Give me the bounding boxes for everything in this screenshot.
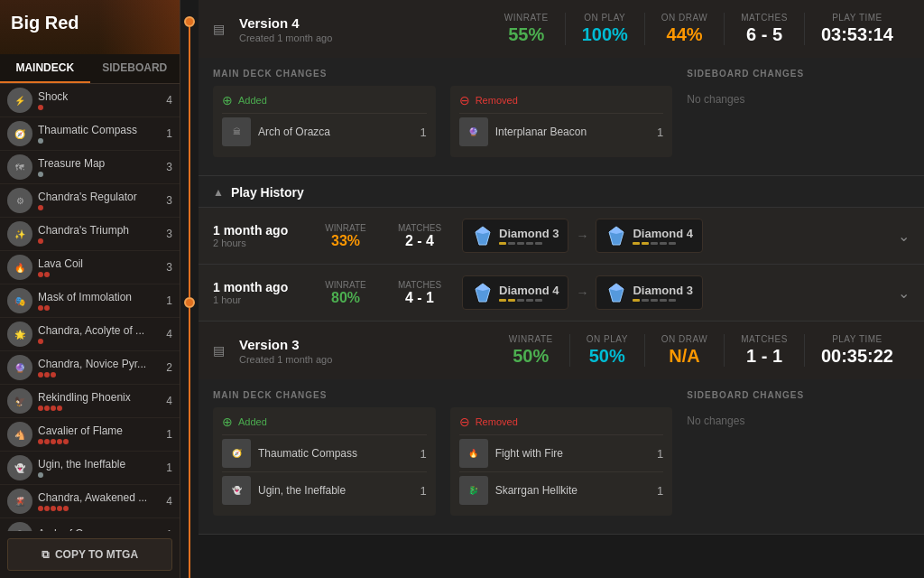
ph-winrate-value-1: 33% <box>314 233 377 249</box>
play-history-row-2[interactable]: 1 month ago 1 hour WINRATE 80% MATCHES 4… <box>199 264 924 321</box>
beacon-card-count: 1 <box>657 126 663 139</box>
ph-time-2: 1 month ago 1 hour <box>213 280 303 305</box>
card-count-5: 3 <box>158 261 172 274</box>
deck-item-chandra,acolyteof...[interactable]: 🌟Chandra, Acolyte of ...4 <box>0 318 180 351</box>
deck-item-shock[interactable]: ⚡Shock4 <box>0 84 180 117</box>
deck-item-lavacoil[interactable]: 🔥Lava Coil3 <box>0 251 180 284</box>
ph-matches-1: MATCHES 2 - 4 <box>388 223 451 249</box>
timeline-line-2 <box>189 308 190 578</box>
deck-item-archoforazca[interactable]: 🏛Arch of Orazca1 <box>0 518 180 531</box>
sideboard-no-changes-v4: No changes <box>687 86 910 113</box>
rank-to-badge-1: Diamond 4 <box>596 219 702 253</box>
matches-value-v3: 1 - 1 <box>741 346 788 367</box>
ondraw-value-v4: 44% <box>661 24 707 45</box>
tab-sideboard[interactable]: SIDEBOARD <box>90 54 180 83</box>
sidebar-header: Big Red <box>0 0 180 54</box>
rank-arrow-1: → <box>576 228 588 243</box>
card-name-6: Mask of Immolation <box>38 291 158 303</box>
hellkite-card-img: 🐉 <box>459 476 488 505</box>
rank-from-name-2: Diamond 4 <box>499 284 559 302</box>
deck-item-ugin,theineffable[interactable]: 👻Ugin, the Ineffable1 <box>0 452 180 485</box>
copy-to-mtga-button[interactable]: ⧉ COPY TO MTGA <box>7 538 172 571</box>
deck-item-chandra,awakened...[interactable]: 🌋Chandra, Awakened ...4 <box>0 485 180 518</box>
timeline-line-1 <box>189 27 190 297</box>
deck-item-cavalierofflame[interactable]: 🐴Cavalier of Flame1 <box>0 418 180 452</box>
card-img-3: ⚙ <box>7 188 32 213</box>
stat-matches-v3: MATCHES 1 - 1 <box>724 334 804 367</box>
removed-group-v4: ⊖ Removed 🔮 Interplanar Beacon 1 <box>450 86 673 157</box>
deck-item-chandra'sregulator[interactable]: ⚙Chandra's Regulator3 <box>0 184 180 218</box>
version-4-header: ▤ Version 4 Created 1 month ago WINRATE … <box>199 0 924 58</box>
ondraw-value-v3: N/A <box>661 346 707 367</box>
card-name-1: Thaumatic Compass <box>38 124 158 136</box>
diamond-gem-from-2 <box>472 282 494 303</box>
card-img-6: 🎭 <box>7 288 32 313</box>
sideboard-changes-title: SIDEBOARD CHANGES <box>687 69 910 79</box>
card-img-5: 🔥 <box>7 255 32 280</box>
arch-card-name: Arch of Orazca <box>258 126 412 138</box>
deck-item-maskofimmolation[interactable]: 🎭Mask of Immolation1 <box>0 284 180 318</box>
ph-matches-label-2: MATCHES <box>388 280 451 290</box>
play-history-row-1[interactable]: 1 month ago 2 hours WINRATE 33% MATCHES … <box>199 207 924 264</box>
sideboard-changes-v4: SIDEBOARD CHANGES No changes <box>687 69 910 164</box>
card-count-8: 2 <box>158 361 172 374</box>
card-name-12: Chandra, Awakened ... <box>38 491 158 504</box>
version-3-header: ▤ Version 3 Created 1 month ago WINRATE … <box>199 322 924 379</box>
stat-winrate-v4: WINRATE 55% <box>488 13 565 45</box>
play-history-header-v4[interactable]: ▲ Play History <box>199 175 924 207</box>
expand-row-2[interactable]: ⌄ <box>898 284 910 302</box>
version-3-date: Created 1 month ago <box>239 354 478 365</box>
ph-matches-label-1: MATCHES <box>388 223 451 233</box>
deck-item-treasuremap[interactable]: 🗺Treasure Map3 <box>0 151 180 184</box>
rank-to-name-1: Diamond 4 <box>633 227 692 245</box>
arch-card-img: 🏛 <box>222 117 251 146</box>
rank-from-pips-2 <box>499 299 559 302</box>
rank-to-badge-2: Diamond 3 <box>596 275 702 310</box>
version-4-stats: WINRATE 55% ON PLAY 100% ON DRAW 44% MAT… <box>488 13 910 45</box>
sidebar-tabs: MAINDECK SIDEBOARD <box>0 54 180 84</box>
card-count-11: 1 <box>158 461 172 474</box>
expand-row-1[interactable]: ⌄ <box>898 228 910 245</box>
arch-card-count: 1 <box>420 126 426 139</box>
sidebar: Big Red MAINDECK SIDEBOARD ⚡Shock4🧭Thaum… <box>0 0 180 578</box>
add-icon-v3: ⊕ <box>222 415 233 429</box>
version-3-changes: MAIN DECK CHANGES ⊕ Added 🧭 Thaumatic Co… <box>199 379 924 534</box>
matches-value-v4: 6 - 5 <box>741 24 788 45</box>
deck-item-chandra'striumph[interactable]: ✨Chandra's Triumph3 <box>0 218 180 251</box>
ph-winrate-value-2: 80% <box>314 290 377 306</box>
ondraw-label: ON DRAW <box>661 13 707 23</box>
matches-label: MATCHES <box>741 13 788 23</box>
matches-label-v3: MATCHES <box>741 334 788 344</box>
deck-item-rekindlingphoenix[interactable]: 🦅Rekindling Phoenix4 <box>0 385 180 418</box>
card-img-2: 🗺 <box>7 154 32 180</box>
onplay-value-v4: 100% <box>582 24 628 45</box>
tab-maindeck[interactable]: MAINDECK <box>0 54 90 83</box>
timeline-dot-v4 <box>184 16 195 27</box>
compass-card-name: Thaumatic Compass <box>258 447 412 460</box>
card-name-5: Lava Coil <box>38 257 158 270</box>
playtime-value-v3: 00:35:22 <box>821 346 893 367</box>
added-group-v4: ⊕ Added 🏛 Arch of Orazca 1 <box>213 86 436 157</box>
sideboard-changes-title-v3: SIDEBOARD CHANGES <box>687 390 910 400</box>
hellkite-card-name: Skarrgan Hellkite <box>495 484 650 497</box>
added-group-v3: ⊕ Added 🧭 Thaumatic Compass 1 👻 Ugin, th… <box>213 407 436 516</box>
deck-item-chandra,novicepyr...[interactable]: 🔮Chandra, Novice Pyr...2 <box>0 351 180 385</box>
added-header-v4: ⊕ Added <box>222 93 427 107</box>
card-img-13: 🏛 <box>7 522 32 531</box>
card-name-11: Ugin, the Ineffable <box>38 458 158 471</box>
ugin-card-img: 👻 <box>222 476 251 505</box>
added-header-v3: ⊕ Added <box>222 415 427 429</box>
playtime-label-v3: PLAY TIME <box>821 334 893 344</box>
card-name-4: Chandra's Triumph <box>38 224 158 237</box>
removed-col-v4: X ⊖ Removed 🔮 Interplanar Beacon 1 <box>450 69 673 164</box>
card-count-4: 3 <box>158 228 172 240</box>
diamond-gem-to-1 <box>605 225 627 247</box>
card-name-7: Chandra, Acolyte of ... <box>38 324 158 337</box>
ugin-card-name: Ugin, the Ineffable <box>258 484 412 497</box>
card-img-8: 🔮 <box>7 355 32 380</box>
card-name-2: Treasure Map <box>38 157 158 170</box>
version-4-name: Version 4 <box>239 15 474 31</box>
deck-item-thaumaticcompass[interactable]: 🧭Thaumatic Compass1 <box>0 117 180 151</box>
card-count-10: 1 <box>158 428 172 441</box>
rank-from-badge-1: Diamond 3 <box>462 219 568 253</box>
